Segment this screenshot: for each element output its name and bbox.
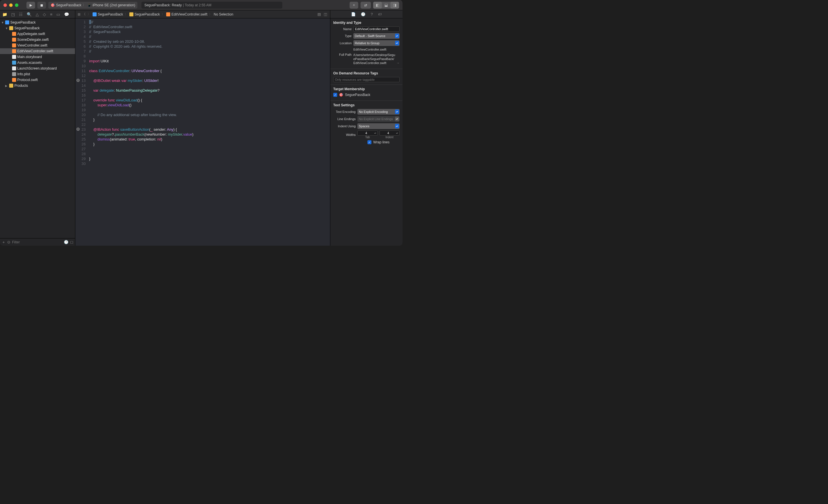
- tree-file-row[interactable]: LaunchScreen.storyboard: [0, 65, 75, 71]
- panel-toggle-group: ◧ ⬓ ◨: [373, 2, 399, 9]
- related-items-icon[interactable]: ⊞: [78, 12, 81, 16]
- name-field[interactable]: [353, 27, 400, 32]
- disclosure-icon[interactable]: ▶: [5, 84, 8, 87]
- reveal-arrow-icon[interactable]: →: [397, 61, 400, 65]
- fullpath-value: /Users/sebmac/Desktop/SeguePassBack/Segu…: [353, 53, 400, 65]
- lineendings-select[interactable]: No Explicit Line Endings▴▾: [357, 116, 400, 122]
- attributes-inspector-icon[interactable]: 🏷: [378, 12, 382, 16]
- stop-button[interactable]: ◼: [37, 2, 46, 9]
- file-name: ViewController.swift: [17, 43, 47, 47]
- minimize-button[interactable]: [9, 3, 13, 7]
- window-controls: [3, 3, 18, 7]
- stepper-arrows-icon: ▴▾: [368, 133, 376, 134]
- symbol-navigator-icon[interactable]: ☷: [19, 12, 23, 17]
- tree-file-row[interactable]: SceneDelegate.swift: [0, 37, 75, 43]
- gutter[interactable]: 1234567891011121314151617181920212223242…: [75, 18, 88, 246]
- quick-help-icon[interactable]: ?: [371, 12, 373, 16]
- chevron-icon: 〉: [125, 12, 128, 16]
- tree-file-row[interactable]: EditViewController.swift: [0, 48, 75, 54]
- navigator-filter-bar: ＋ ⊙ 🕐 ◻: [0, 238, 75, 246]
- jumpbar-noselection[interactable]: No Selection: [214, 12, 233, 16]
- tree-file-row[interactable]: AppDelegate.swift: [0, 31, 75, 37]
- indent-width-stepper[interactable]: 4▴▾: [379, 131, 400, 136]
- inspector-selector: 📄 🕐 ? 🏷: [330, 10, 403, 18]
- test-navigator-icon[interactable]: ◇: [43, 12, 46, 17]
- jumpbar-project[interactable]: SeguePassBack: [92, 12, 123, 16]
- jumpbar-group[interactable]: SeguePassBack: [129, 12, 160, 16]
- breakpoint-navigator-icon[interactable]: ▭: [56, 12, 60, 17]
- folder-icon: [9, 84, 13, 88]
- tree-file-row[interactable]: Protocol.swift: [0, 77, 75, 83]
- adjust-editor-icon[interactable]: ◫: [324, 12, 327, 16]
- tree-file-row[interactable]: Assets.xcassets: [0, 60, 75, 65]
- identity-header: Identity and Type: [333, 21, 400, 25]
- recent-filter-icon[interactable]: 🕐: [64, 240, 69, 244]
- jumpbar-file[interactable]: EditViewController.swift: [166, 12, 207, 16]
- lineendings-label: Line Endings: [333, 117, 356, 121]
- jump-bar[interactable]: ⊞ 〈 〉 SeguePassBack 〉 SeguePassBack 〉 Ed…: [75, 10, 315, 18]
- swift-file-icon: [166, 12, 170, 16]
- source-control-navigator-icon[interactable]: ◳: [11, 12, 15, 17]
- report-navigator-icon[interactable]: 💬: [64, 12, 69, 17]
- minimap-toggle-icon[interactable]: ▤: [318, 12, 321, 16]
- activity-view: SeguePassBack: Ready | Today at 2:55 AM: [141, 2, 282, 9]
- tree-file-row[interactable]: Info.plist: [0, 71, 75, 77]
- fullpath-label: Full Path: [333, 53, 351, 56]
- issue-navigator-icon[interactable]: △: [36, 12, 39, 17]
- type-select[interactable]: Default - Swift Source▴▾: [353, 33, 400, 39]
- forward-button-icon[interactable]: 〉: [87, 12, 91, 17]
- text-settings-section: Text Settings Text Encoding No Explicit …: [330, 101, 403, 148]
- select-arrows-icon: ▴▾: [395, 34, 399, 38]
- disclosure-icon[interactable]: ▼: [1, 21, 4, 24]
- tab-width-stepper[interactable]: 4▴▾: [357, 131, 378, 136]
- indentusing-select[interactable]: Spaces▴▾: [357, 123, 400, 129]
- storyboard-file-icon: [12, 66, 16, 71]
- location-select[interactable]: Relative to Group▴▾: [353, 40, 400, 46]
- target-checkbox[interactable]: ✓: [333, 93, 337, 97]
- file-inspector-icon[interactable]: 📄: [351, 12, 356, 16]
- target-membership-section: Target Membership ✓ 🎯 SeguePassBack: [330, 85, 403, 101]
- tree-project-row[interactable]: ▼ SeguePassBack: [0, 19, 75, 25]
- tree-file-row[interactable]: ViewController.swift: [0, 43, 75, 48]
- status-project: SeguePassBack:: [144, 3, 170, 7]
- debug-navigator-icon[interactable]: ≡: [50, 12, 52, 17]
- disclosure-icon[interactable]: ▼: [5, 27, 8, 30]
- select-arrows-icon: ▴▾: [395, 109, 399, 114]
- connection-indicator-icon[interactable]: [77, 128, 80, 131]
- folder-icon: [9, 26, 13, 30]
- scheme-selector[interactable]: 🎯 SeguePassBack 〉 📱 iPhone SE (2nd gener…: [48, 2, 137, 9]
- tree-file-row[interactable]: Main.storyboard: [0, 54, 75, 60]
- app-icon: 🎯: [51, 3, 55, 7]
- products-name: Products: [14, 84, 28, 88]
- encoding-select[interactable]: No Explicit Encoding▴▾: [357, 109, 400, 114]
- odr-section: On Demand Resource Tags: [330, 69, 403, 85]
- add-button[interactable]: ＋: [349, 2, 358, 9]
- history-inspector-icon[interactable]: 🕐: [361, 12, 365, 16]
- target-name: SeguePassBack: [345, 93, 370, 97]
- toggle-inspector-button[interactable]: ◨: [390, 2, 399, 9]
- run-button[interactable]: ▶: [27, 2, 35, 9]
- code-area[interactable]: //// EditViewController.swift// SeguePas…: [88, 18, 330, 246]
- back-button-icon[interactable]: 〈: [82, 12, 86, 17]
- code-review-button[interactable]: ⇄: [361, 2, 371, 9]
- scm-filter-icon[interactable]: ◻: [70, 240, 73, 244]
- tree-group-row[interactable]: ▼ SeguePassBack: [0, 25, 75, 31]
- find-navigator-icon[interactable]: 🔍: [27, 12, 32, 17]
- toggle-navigator-button[interactable]: ◧: [373, 2, 382, 9]
- source-editor[interactable]: 1234567891011121314151617181920212223242…: [75, 18, 330, 246]
- file-name: Assets.xcassets: [17, 61, 42, 65]
- file-tree[interactable]: ▼ SeguePassBack ▼ SeguePassBack AppDeleg…: [0, 18, 75, 238]
- location-label: Location: [333, 41, 351, 45]
- close-button[interactable]: [3, 3, 7, 7]
- project-navigator-icon[interactable]: 📁: [2, 12, 7, 17]
- add-file-icon[interactable]: ＋: [2, 240, 5, 245]
- toggle-debug-button[interactable]: ⬓: [382, 2, 390, 9]
- tree-products-row[interactable]: ▶ Products: [0, 83, 75, 89]
- folder-icon: [129, 12, 133, 16]
- zoom-button[interactable]: [15, 3, 18, 7]
- project-name: SeguePassBack: [10, 20, 36, 25]
- navigator-selector: 📁 ◳ ☷ 🔍 △ ◇ ≡ ▭ 💬: [0, 10, 75, 18]
- connection-indicator-icon[interactable]: [77, 79, 80, 82]
- filter-input[interactable]: [12, 240, 62, 244]
- wraplines-checkbox[interactable]: ✓: [367, 140, 371, 144]
